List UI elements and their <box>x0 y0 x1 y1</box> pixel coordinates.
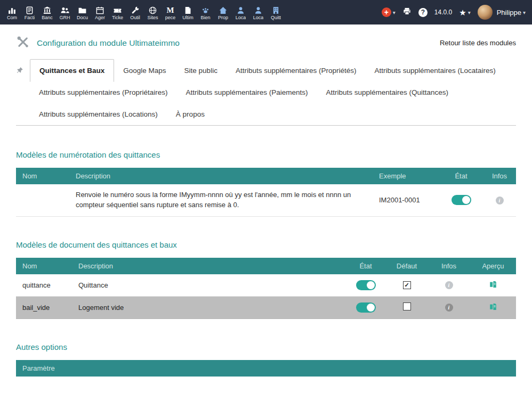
tab-google-maps[interactable]: Google Maps <box>114 60 175 81</box>
top-menu-item-label: Prop <box>218 15 228 21</box>
folder-icon <box>78 5 87 15</box>
topbar-right: + ▾ ? 14.0.0 ★ ▾ Philippe ▾ <box>382 5 528 20</box>
cell-text: Logement vide <box>72 296 345 318</box>
page: Configuration du module Ultimateimmo Ret… <box>0 24 532 377</box>
toggle-knob <box>462 196 470 204</box>
top-menu-item-loca-13[interactable]: Loca <box>232 0 249 24</box>
top-menu-item-ultim-10[interactable]: Ultim <box>179 0 197 24</box>
top-menu-item-ager-5[interactable]: Ager <box>91 0 109 24</box>
status-toggle[interactable] <box>356 280 376 290</box>
tab-attributs-supplémentaires-locataires[interactable]: Attributs supplémentaires (Locataires) <box>365 60 504 81</box>
top-menu-item-grh-3[interactable]: GRH <box>56 0 74 24</box>
quick-add-button[interactable]: + ▾ <box>382 7 396 17</box>
user-menu[interactable]: Philippe ▾ <box>478 5 526 20</box>
status-toggle[interactable] <box>452 195 471 205</box>
column-header-description: Description <box>69 168 373 184</box>
globe-icon <box>148 5 157 15</box>
page-title: Configuration du module Ultimateimmo <box>37 38 180 48</box>
section-title-options: Autres options <box>16 342 516 351</box>
cell-default: ✓ <box>386 274 428 297</box>
default-checkbox[interactable] <box>403 302 411 310</box>
top-menu-item-docu-4[interactable]: Docu <box>74 0 91 24</box>
top-menu-item-com-0[interactable]: Com <box>3 0 21 24</box>
top-menu-item-ticke-6[interactable]: Ticke <box>109 0 126 24</box>
document-icon <box>183 5 192 15</box>
top-menu-item-label: Ultim <box>182 15 194 21</box>
info-icon[interactable]: i <box>496 197 504 204</box>
bank-icon <box>43 5 52 15</box>
top-menu-bar: ComFactiBancGRHDocuAgerTickeOutilSitesMp… <box>0 0 532 24</box>
top-menu-item-banc-2[interactable]: Banc <box>38 0 56 24</box>
cell-status <box>345 296 386 318</box>
plus-icon: + <box>382 7 391 17</box>
top-menu-item-facti-1[interactable]: Facti <box>21 0 38 24</box>
tabs: Quittances et BauxGoogle MapsSite public… <box>30 59 516 125</box>
info-icon[interactable]: i <box>445 281 453 289</box>
chevron-down-icon: ▾ <box>523 10 526 15</box>
default-checkbox[interactable]: ✓ <box>403 281 411 289</box>
document-models-table: NomDescriptionÉtatDéfautInfosAperçu quit… <box>16 258 516 319</box>
help-button[interactable]: ? <box>418 8 428 17</box>
cell-text: quittance <box>16 274 72 297</box>
column-header-infos: Infos <box>483 168 516 184</box>
tab-attributs-supplémentaires-paiements[interactable]: Attributs supplémentaires (Paiements) <box>177 81 317 103</box>
cell-text <box>16 184 69 216</box>
preview-icon[interactable] <box>489 302 497 311</box>
numbering-model-row: Renvoie le numéro sous la forme IMyymm-n… <box>16 184 516 216</box>
top-menu-item-label: Loca <box>253 15 264 21</box>
column-header-exemple: Exemple <box>373 168 439 184</box>
tab-attributs-supplémentaires-locations[interactable]: Attributs supplémentaires (Locations) <box>30 103 167 125</box>
top-menu-item-outil-7[interactable]: Outil <box>126 0 144 24</box>
pin-icon[interactable] <box>16 67 23 76</box>
section-title-documents: Modèles de document des quittances et ba… <box>16 240 516 249</box>
cell-infos: i <box>428 296 470 318</box>
column-header-paramètre: Paramètre <box>16 360 516 377</box>
top-menu-item-bien-11[interactable]: Bien <box>197 0 214 24</box>
top-menu-item-quitt-15[interactable]: Quitt <box>267 0 285 24</box>
top-menu-item-sites-8[interactable]: Sites <box>144 0 162 24</box>
column-header-infos: Infos <box>428 258 470 274</box>
chart-icon <box>7 5 17 15</box>
top-menu-item-loca-14[interactable]: Loca <box>249 0 267 24</box>
column-header-aperçu: Aperçu <box>470 258 516 274</box>
tab-quittances-et-baux[interactable]: Quittances et Baux <box>30 59 114 82</box>
column-header-état: État <box>345 258 386 274</box>
chevron-down-icon: ▾ <box>468 10 471 15</box>
tab-site-public[interactable]: Site public <box>175 60 227 81</box>
column-header-nom: Nom <box>16 168 69 184</box>
svg-text:M: M <box>166 6 174 14</box>
user-name: Philippe <box>497 9 521 17</box>
top-menu-item-prop-12[interactable]: Prop <box>214 0 232 24</box>
top-menu-item-label: Facti <box>25 15 35 21</box>
bookmarks-button[interactable]: ★ ▾ <box>459 9 470 17</box>
document-model-row: quittanceQuittance✓i <box>16 274 516 297</box>
info-icon[interactable]: i <box>445 304 453 312</box>
home-icon <box>219 5 228 15</box>
tab-à-propos[interactable]: À propos <box>167 103 214 125</box>
invoice-icon <box>25 5 34 15</box>
cell-infos: i <box>428 274 470 297</box>
top-menu-item-pece-9[interactable]: Mpece <box>162 0 179 24</box>
preview-icon[interactable] <box>489 280 497 289</box>
printer-icon <box>402 7 412 18</box>
document-model-row: bail_videLogement videi <box>16 296 516 318</box>
tab-attributs-supplémentaires-quittances[interactable]: Attributs supplémentaires (Quittances) <box>317 81 457 103</box>
cell-infos: i <box>483 184 516 216</box>
cell-text: bail_vide <box>16 296 72 318</box>
page-header: Configuration du module Ultimateimmo Ret… <box>0 24 532 54</box>
top-menu-item-label: pece <box>165 15 176 21</box>
status-toggle[interactable] <box>356 302 376 313</box>
top-menu-item-label: Quitt <box>271 15 281 21</box>
cell-status <box>345 274 386 297</box>
tab-attributs-supplémentaires-propriétés[interactable]: Attributs supplémentaires (Propriétés) <box>227 60 366 81</box>
column-header-état: État <box>439 168 483 184</box>
section-title-numbering: Modèles de numérotation des quittances <box>16 150 516 159</box>
star-icon: ★ <box>459 9 466 17</box>
other-options-table: Paramètre <box>16 360 516 377</box>
top-menu-item-label: Docu <box>77 15 88 21</box>
back-to-modules-link[interactable]: Retour liste des modules <box>440 39 516 47</box>
print-button[interactable] <box>402 7 412 18</box>
tab-attributs-supplémentaires-propriétaires[interactable]: Attributs supplémentaires (Propriétaires… <box>30 81 177 103</box>
paw-icon <box>201 5 210 15</box>
top-menu-item-label: Outil <box>130 15 140 21</box>
